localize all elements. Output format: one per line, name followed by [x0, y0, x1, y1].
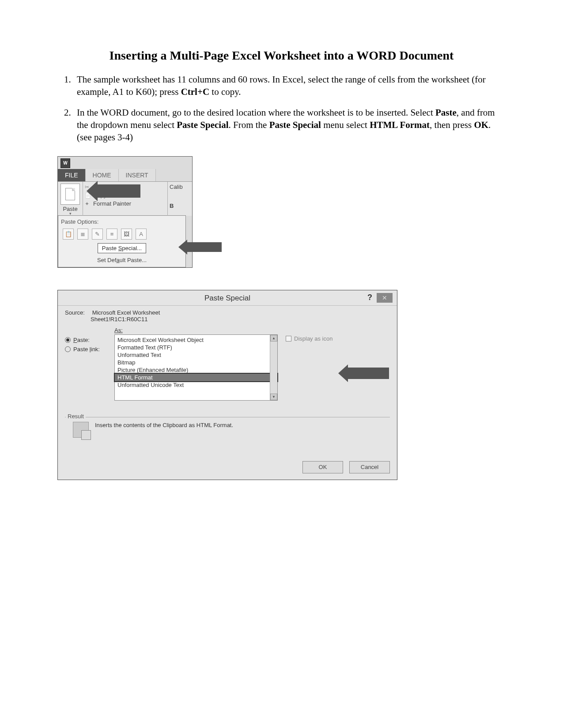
tab-file[interactable]: FILE	[58, 169, 86, 181]
instruction-list: The sample worksheet has 11 columns and …	[57, 73, 506, 144]
cancel-button[interactable]: Cancel	[349, 461, 390, 473]
list-item[interactable]: Formatted Text (RTF)	[117, 344, 277, 351]
display-as-icon-checkbox[interactable]: Display as icon	[286, 335, 390, 342]
as-label: As:	[114, 327, 390, 334]
annotation-arrow-icon	[186, 242, 222, 252]
format-painter-label: Format Painter	[93, 200, 131, 207]
list-item[interactable]: Microsoft Excel Worksheet Object	[117, 336, 277, 344]
tab-home[interactable]: HOME	[86, 169, 119, 181]
radio-icon	[65, 346, 71, 352]
radio-group: Paste: Paste link:	[65, 334, 111, 354]
radio-paste-link[interactable]: Paste link:	[65, 345, 111, 354]
display-as-icon-label: Display as icon	[294, 335, 333, 342]
clipboard-result-icon	[73, 422, 89, 438]
radio-icon	[65, 337, 71, 343]
list-item[interactable]: Unformatted Unicode Text	[117, 381, 277, 389]
source-value: Microsoft Excel Worksheet	[92, 309, 160, 316]
ok-button[interactable]: OK	[302, 461, 343, 473]
dialog-title: Paste Special	[204, 294, 250, 302]
clipboard-column: Cut Copy Format Painter	[83, 182, 167, 216]
paste-option-icon[interactable]: A	[136, 229, 147, 240]
paste-option-icon[interactable]: 🖼	[121, 229, 132, 240]
result-group: Result Inserts the contents of the Clipb…	[65, 409, 390, 452]
ribbon-body: Paste ▾ Cut Copy Format Painter	[58, 182, 192, 216]
font-name[interactable]: Calib	[170, 184, 190, 190]
scroll-up-icon[interactable]: ▲	[270, 335, 277, 341]
dialog-buttons: OK Cancel	[58, 458, 397, 480]
step-1: The sample worksheet has 11 columns and …	[73, 73, 506, 98]
paste-group: Paste ▾	[58, 182, 83, 216]
ribbon-tabs: FILE HOME INSERT	[58, 169, 192, 182]
source-label: Source:	[65, 309, 91, 316]
dialog-right-column: Display as icon	[281, 334, 390, 342]
bold-button[interactable]: B	[170, 203, 190, 209]
paste-special-menuitem[interactable]: Paste Special...	[98, 243, 146, 253]
result-legend: Result	[66, 413, 86, 420]
list-item-selected[interactable]: HTML Format	[115, 374, 277, 381]
paste-option-icons: 📋 ≣ ✎ ≡ 🖼 A	[61, 228, 183, 242]
paste-special-dialog: Paste Special ? ✕ Source: Microsoft Exce…	[57, 290, 397, 480]
word-app-icon: W	[60, 158, 70, 168]
checkbox-icon	[286, 336, 291, 341]
paste-option-icon[interactable]: 📋	[63, 229, 74, 240]
word-ribbon-screenshot: W FILE HOME INSERT Paste ▾ Cut C	[57, 156, 193, 268]
paste-dropdown-arrow[interactable]: ▾	[60, 212, 80, 215]
paste-button[interactable]	[60, 184, 80, 205]
list-item[interactable]: Bitmap	[117, 359, 277, 366]
paste-special-row: Paste Special...	[61, 242, 183, 254]
document-page: Inserting a Multi-Page Excel Worksheet i…	[0, 0, 563, 480]
annotation-arrow-icon	[347, 368, 389, 379]
paste-options-dropdown: Paste Options: 📋 ≣ ✎ ≡ 🖼 A Paste Special…	[58, 215, 186, 267]
paste-options-header: Paste Options:	[61, 218, 183, 225]
paste-option-icon[interactable]: ≣	[77, 229, 88, 240]
brush-icon	[85, 200, 91, 206]
source-row: Source: Microsoft Excel Worksheet	[65, 309, 390, 316]
dialog-titlebar: Paste Special ? ✕	[58, 290, 397, 306]
result-text: Inserts the contents of the Clipboard as…	[95, 422, 233, 428]
scrollbar[interactable]: ▲ ▼	[270, 335, 277, 400]
scroll-down-icon[interactable]: ▼	[270, 394, 277, 400]
help-button[interactable]: ?	[367, 293, 372, 302]
step-2: In the WORD document, go to the desired …	[73, 106, 506, 144]
annotation-arrow-icon	[96, 184, 140, 198]
close-button[interactable]: ✕	[377, 293, 393, 303]
format-listbox[interactable]: Microsoft Excel Worksheet Object Formatt…	[114, 334, 278, 401]
paste-option-icon[interactable]: ≡	[106, 229, 117, 240]
result-content: Inserts the contents of the Clipboard as…	[65, 417, 390, 452]
source-range: Sheet1!R1C1:R60C11	[91, 316, 390, 323]
set-default-paste-menuitem[interactable]: Set Default Paste...	[61, 254, 183, 263]
paste-icon	[65, 188, 75, 200]
paste-option-icon[interactable]: ✎	[92, 229, 103, 240]
tab-insert[interactable]: INSERT	[119, 169, 156, 181]
list-item[interactable]: Picture (Enhanced Metafile)	[117, 366, 277, 374]
page-title: Inserting a Multi-Page Excel Worksheet i…	[57, 49, 506, 63]
list-item[interactable]: Unformatted Text	[117, 351, 277, 359]
radio-paste[interactable]: Paste:	[65, 335, 111, 345]
font-column: Calib B	[167, 182, 192, 216]
